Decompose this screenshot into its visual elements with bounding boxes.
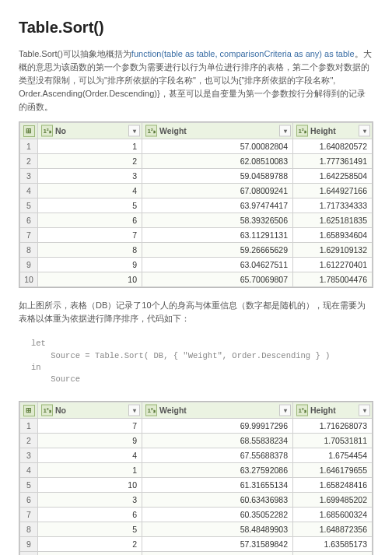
cell-height[interactable]: 1.777361491 — [293, 154, 373, 169]
cell-no[interactable]: 9 — [38, 258, 142, 272]
row-index[interactable]: 9 — [20, 537, 38, 552]
cell-no[interactable]: 10 — [38, 478, 142, 493]
table-row[interactable]: 9257.315898421.63585173 — [20, 537, 373, 552]
cell-height[interactable]: 1.629109132 — [293, 243, 373, 258]
row-index[interactable]: 7 — [20, 508, 38, 522]
cell-height[interactable]: 1.642258504 — [293, 169, 373, 184]
cell-no[interactable]: 8 — [38, 243, 142, 258]
column-header-height[interactable]: 1²₃ Height ▾ — [293, 402, 373, 419]
table-row[interactable]: 3467.556883781.6754454 — [20, 448, 373, 463]
cell-height[interactable]: 1.666565663 — [293, 552, 373, 555]
cell-weight[interactable]: 59.04589788 — [142, 169, 293, 184]
row-index[interactable]: 7 — [20, 228, 38, 243]
cell-weight[interactable]: 63.97474417 — [142, 198, 293, 213]
table-row[interactable]: 8859.266656291.629109132 — [20, 243, 373, 258]
chevron-down-icon[interactable]: ▾ — [359, 405, 370, 416]
cell-no[interactable]: 4 — [38, 448, 142, 463]
row-index[interactable]: 8 — [20, 243, 38, 258]
table-row[interactable]: 6360.634369831.699485202 — [20, 493, 373, 508]
cell-weight[interactable]: 63.11291131 — [142, 228, 293, 243]
row-index[interactable]: 10 — [20, 552, 38, 555]
row-index[interactable]: 3 — [20, 169, 38, 184]
cell-no[interactable]: 10 — [38, 272, 142, 287]
cell-weight[interactable]: 67.55688378 — [142, 448, 293, 463]
column-header-weight[interactable]: 1²₃ Weight ▾ — [142, 123, 293, 139]
row-index[interactable]: 1 — [20, 139, 38, 154]
row-index[interactable]: 6 — [20, 213, 38, 228]
column-header-height[interactable]: 1²₃ Height ▾ — [293, 123, 373, 139]
chevron-down-icon[interactable]: ▾ — [128, 125, 140, 137]
row-index[interactable]: 2 — [20, 434, 38, 448]
table-row[interactable]: 10856.565954851.666565663 — [20, 552, 373, 555]
cell-no[interactable]: 5 — [38, 198, 142, 213]
cell-weight[interactable]: 65.70069807 — [142, 272, 293, 287]
column-header-weight[interactable]: 1²₃ Weight ▾ — [142, 402, 293, 419]
table-row[interactable]: 7763.112911311.658934604 — [20, 228, 373, 243]
row-index[interactable]: 2 — [20, 154, 38, 169]
table-row[interactable]: 101065.700698071.785004476 — [20, 272, 373, 287]
cell-no[interactable]: 6 — [38, 508, 142, 522]
cell-height[interactable]: 1.648872356 — [293, 522, 373, 537]
cell-height[interactable]: 1.6754454 — [293, 448, 373, 463]
cell-height[interactable]: 1.70531811 — [293, 434, 373, 448]
cell-no[interactable]: 1 — [38, 139, 142, 154]
cell-weight[interactable]: 58.48489903 — [142, 522, 293, 537]
index-header[interactable]: ⊞ — [20, 402, 38, 419]
cell-no[interactable]: 3 — [38, 169, 142, 184]
cell-height[interactable]: 1.658934604 — [293, 228, 373, 243]
cell-weight[interactable]: 61.31655134 — [142, 478, 293, 493]
table-row[interactable]: 7660.350522821.685600324 — [20, 508, 373, 522]
cell-weight[interactable]: 60.35052282 — [142, 508, 293, 522]
chevron-down-icon[interactable]: ▾ — [279, 125, 291, 137]
cell-weight[interactable]: 57.31589842 — [142, 537, 293, 552]
row-index[interactable]: 3 — [20, 448, 38, 463]
row-index[interactable]: 10 — [20, 272, 38, 287]
column-header-no[interactable]: 1²₃ No ▾ — [38, 123, 142, 139]
table-row[interactable]: 51061.316551341.658248416 — [20, 478, 373, 493]
cell-no[interactable]: 3 — [38, 493, 142, 508]
cell-no[interactable]: 1 — [38, 463, 142, 478]
table-row[interactable]: 9963.046275111.612270401 — [20, 258, 373, 272]
cell-height[interactable]: 1.658248416 — [293, 478, 373, 493]
row-index[interactable]: 5 — [20, 478, 38, 493]
cell-weight[interactable]: 67.08009241 — [142, 184, 293, 198]
cell-weight[interactable]: 57.00082804 — [142, 139, 293, 154]
cell-no[interactable]: 4 — [38, 184, 142, 198]
table-row[interactable]: 2262.085100831.777361491 — [20, 154, 373, 169]
row-index[interactable]: 4 — [20, 463, 38, 478]
table-row[interactable]: 3359.045897881.642258504 — [20, 169, 373, 184]
cell-height[interactable]: 1.625181835 — [293, 213, 373, 228]
row-index[interactable]: 8 — [20, 522, 38, 537]
row-index[interactable]: 4 — [20, 184, 38, 198]
table-row[interactable]: 1157.000828041.640820572 — [20, 139, 373, 154]
table-row[interactable]: 2968.558382341.70531811 — [20, 434, 373, 448]
table-row[interactable]: 5563.974744171.717334333 — [20, 198, 373, 213]
cell-no[interactable]: 6 — [38, 213, 142, 228]
cell-height[interactable]: 1.717334333 — [293, 198, 373, 213]
cell-height[interactable]: 1.685600324 — [293, 508, 373, 522]
cell-weight[interactable]: 59.26665629 — [142, 243, 293, 258]
cell-no[interactable]: 9 — [38, 434, 142, 448]
chevron-down-icon[interactable]: ▾ — [279, 405, 291, 416]
cell-weight[interactable]: 68.55838234 — [142, 434, 293, 448]
cell-height[interactable]: 1.612270401 — [293, 258, 373, 272]
chevron-down-icon[interactable]: ▾ — [128, 405, 140, 416]
cell-weight[interactable]: 58.39326506 — [142, 213, 293, 228]
row-index[interactable]: 5 — [20, 198, 38, 213]
cell-weight[interactable]: 60.63436983 — [142, 493, 293, 508]
row-index[interactable]: 9 — [20, 258, 38, 272]
column-header-no[interactable]: 1²₃ No ▾ — [38, 402, 142, 419]
cell-weight[interactable]: 69.99917296 — [142, 419, 293, 434]
cell-weight[interactable]: 63.27592086 — [142, 463, 293, 478]
cell-no[interactable]: 7 — [38, 228, 142, 243]
cell-no[interactable]: 2 — [38, 537, 142, 552]
table-row[interactable]: 6658.393265061.625181835 — [20, 213, 373, 228]
cell-no[interactable]: 2 — [38, 154, 142, 169]
cell-weight[interactable]: 63.04627511 — [142, 258, 293, 272]
table-row[interactable]: 4163.275920861.646179655 — [20, 463, 373, 478]
index-header[interactable]: ⊞ — [20, 123, 38, 139]
cell-height[interactable]: 1.646179655 — [293, 463, 373, 478]
cell-weight[interactable]: 56.56595485 — [142, 552, 293, 555]
cell-no[interactable]: 7 — [38, 419, 142, 434]
cell-height[interactable]: 1.644927166 — [293, 184, 373, 198]
